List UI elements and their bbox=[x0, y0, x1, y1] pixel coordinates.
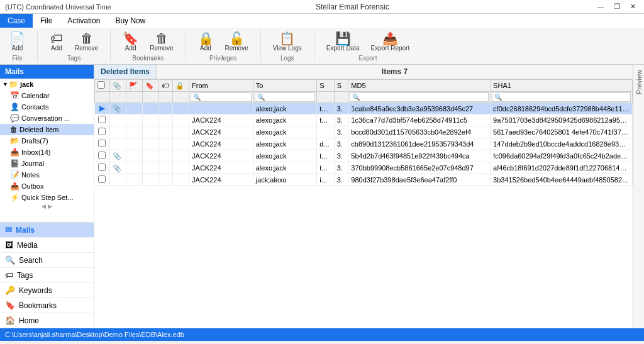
nav-keywords[interactable]: 🔑 Keywords bbox=[0, 283, 94, 298]
search-md5-cell[interactable] bbox=[348, 92, 491, 103]
tree-item-notes[interactable]: 📝 Notes bbox=[0, 169, 94, 180]
search-sha1-cell[interactable] bbox=[491, 92, 633, 103]
ribbon-group-privileges-label: Privileges bbox=[209, 55, 236, 62]
search-sha1-input[interactable] bbox=[492, 92, 631, 102]
row-checkbox[interactable] bbox=[98, 164, 106, 171]
view-logs-button[interactable]: 📋 View Logs bbox=[269, 30, 306, 53]
row-from-cell[interactable]: JACK224 bbox=[189, 114, 253, 126]
nav-search[interactable]: 🔍 Search bbox=[0, 253, 94, 268]
row-from-cell[interactable]: JACK224 bbox=[189, 174, 253, 186]
row-from-cell[interactable]: JACK224 bbox=[189, 138, 253, 150]
row-s2-cell: 3. bbox=[334, 126, 348, 138]
row-to-cell[interactable]: alexo;jack bbox=[253, 150, 317, 162]
nav-mails[interactable]: ✉ Mails bbox=[0, 223, 94, 238]
add-tag-button[interactable]: 🏷 Add bbox=[45, 30, 68, 53]
col-header-sha1[interactable]: SHA1 bbox=[491, 80, 633, 92]
tab-file[interactable]: File bbox=[33, 14, 60, 28]
remove-bookmark-button[interactable]: 🗑 Remove bbox=[145, 30, 177, 53]
nav-media[interactable]: 🖼 Media bbox=[0, 238, 94, 253]
ribbon-group-bookmarks: 🔖 Add 🗑 Remove Bookmarks bbox=[118, 30, 186, 62]
col-header-md5[interactable]: MD5 bbox=[348, 80, 491, 92]
export-data-button[interactable]: 💾 Export Data bbox=[322, 30, 364, 53]
table-row[interactable]: JACK224alexo;jack3.bccd80d301d115705633c… bbox=[95, 126, 633, 138]
row-to-cell[interactable]: alexo;jack bbox=[253, 162, 317, 174]
table-row[interactable]: 📎JACK224alexo;jackt...3.5b4d2b7d463f9485… bbox=[95, 150, 633, 162]
row-checkbox[interactable] bbox=[98, 116, 106, 123]
table-row[interactable]: JACK224alexo;jackt...3.1c36ca77d7d3bf574… bbox=[95, 114, 633, 126]
row-s1-cell: t... bbox=[317, 114, 334, 126]
export-report-button[interactable]: 📤 Export Report bbox=[367, 30, 414, 53]
deleted-icon: 🗑 bbox=[10, 125, 18, 134]
add-file-button[interactable]: 📄 Add bbox=[5, 30, 30, 53]
minimize-button[interactable]: — bbox=[594, 3, 607, 11]
search-to-input[interactable] bbox=[255, 92, 316, 102]
preview-label[interactable]: Preview bbox=[634, 67, 644, 97]
email-table-container[interactable]: 📎 🚩 🔖 🏷 🔒 From To S S MD5 SHA1 bbox=[94, 79, 633, 328]
tree-item-inbox[interactable]: 📥 Inbox(14) bbox=[0, 147, 94, 158]
row-md5-cell: cb890d1312361061dee21953579343d4 bbox=[348, 138, 491, 150]
tree-item-calendar[interactable]: 📅 Calendar bbox=[0, 90, 94, 101]
tree-item-outbox[interactable]: 📤 Outbox bbox=[0, 180, 94, 192]
select-all-checkbox[interactable] bbox=[97, 81, 105, 89]
tree-item-conversation[interactable]: 💬 Conversation ... bbox=[0, 113, 94, 124]
search-to-cell[interactable] bbox=[253, 92, 317, 103]
row-checkbox[interactable] bbox=[98, 128, 106, 135]
tree-item-journal[interactable]: 📓 Journal bbox=[0, 158, 94, 169]
tree-root-jack[interactable]: ▼ 📁 jack bbox=[0, 79, 94, 90]
remove-privilege-button[interactable]: 🔓 Remove bbox=[221, 30, 253, 53]
tree-item-deleted[interactable]: 🗑 Deleted Item bbox=[0, 124, 94, 135]
row-to-cell[interactable]: jack;alexo bbox=[253, 174, 317, 186]
search-from-cell[interactable] bbox=[189, 92, 253, 103]
maximize-button[interactable]: ❐ bbox=[611, 3, 623, 11]
tree-scroll-indicator[interactable]: ◀ ▶ bbox=[0, 203, 94, 209]
table-row[interactable]: JACK224jack;alexoi...3.980d3f27b398dae5f… bbox=[95, 174, 633, 186]
home-nav-icon: 🏠 bbox=[5, 316, 15, 325]
table-row[interactable]: 📎JACK224alexo;jackt...3.370bb99908ecb586… bbox=[95, 162, 633, 174]
row-from-cell[interactable]: JACK224 bbox=[189, 150, 253, 162]
close-button[interactable]: ✕ bbox=[627, 3, 639, 11]
row-checkbox[interactable] bbox=[98, 175, 106, 183]
sidebar-tree[interactable]: ▼ 📁 jack 📅 Calendar 👤 Contacts 💬 Convers… bbox=[0, 79, 94, 223]
row-s1-cell: d... bbox=[317, 138, 334, 150]
add-bookmark-button[interactable]: 🔖 Add bbox=[118, 30, 143, 53]
tab-activation[interactable]: Activation bbox=[60, 14, 108, 28]
row-bookmark-cell bbox=[142, 126, 158, 138]
tab-case[interactable]: Case bbox=[0, 14, 33, 28]
preview-panel[interactable]: Preview bbox=[633, 65, 644, 328]
tree-item-quickstep[interactable]: ⚡ Quick Step Set... bbox=[0, 192, 94, 203]
row-checkbox[interactable] bbox=[98, 152, 106, 159]
search-md5-input[interactable] bbox=[350, 92, 489, 102]
add-privilege-button[interactable]: 🔒 Add bbox=[194, 30, 218, 53]
col-header-tag: 🏷 bbox=[158, 80, 173, 92]
tree-label-inbox: Inbox(14) bbox=[21, 148, 50, 156]
row-md5-cell: 370bb99908ecb5861665e2e07c948d97 bbox=[348, 162, 491, 174]
row-checkbox[interactable] bbox=[98, 140, 106, 147]
tree-expander-jack[interactable]: ▼ bbox=[3, 81, 9, 87]
col-header-from[interactable]: From bbox=[189, 80, 253, 92]
tree-item-drafts[interactable]: 📂 Drafts(7) bbox=[0, 135, 94, 147]
tab-buynow[interactable]: Buy Now bbox=[108, 14, 153, 28]
row-attach-cell bbox=[109, 114, 126, 126]
row-from-cell[interactable]: JACK224 bbox=[189, 126, 253, 138]
row-from-cell[interactable] bbox=[189, 103, 253, 114]
col-header-to[interactable]: To bbox=[253, 80, 317, 92]
journal-icon: 📓 bbox=[10, 159, 19, 168]
nav-home[interactable]: 🏠 Home bbox=[0, 313, 94, 328]
tree-item-contacts[interactable]: 👤 Contacts bbox=[0, 101, 94, 113]
row-to-cell[interactable]: alexo;jack bbox=[253, 103, 317, 114]
remove-tag-button[interactable]: 🗑 Remove bbox=[70, 30, 103, 53]
row-to-cell[interactable]: alexo;jack bbox=[253, 126, 317, 138]
search-from-input[interactable] bbox=[191, 92, 252, 102]
row-to-cell[interactable]: alexo;jack bbox=[253, 138, 317, 150]
table-row[interactable]: JACK224alexo;jackd...3.cb890d1312361061d… bbox=[95, 138, 633, 150]
export-data-label: Export Data bbox=[326, 45, 360, 52]
row-s2-cell: 3. bbox=[334, 174, 348, 186]
col-header-check[interactable] bbox=[95, 80, 110, 92]
ribbon-group-export: 💾 Export Data 📤 Export Report Export bbox=[322, 30, 422, 62]
table-row[interactable]: ▶📎alexo;jackt...3.1cabe845a9ec3db3e3a953… bbox=[95, 103, 633, 114]
row-from-cell[interactable]: JACK224 bbox=[189, 162, 253, 174]
nav-tags[interactable]: 🏷 Tags bbox=[0, 268, 94, 283]
nav-bookmarks[interactable]: 🔖 Bookmarks bbox=[0, 298, 94, 313]
row-to-cell[interactable]: alexo;jack bbox=[253, 114, 317, 126]
row-arrow-cell bbox=[95, 114, 110, 126]
